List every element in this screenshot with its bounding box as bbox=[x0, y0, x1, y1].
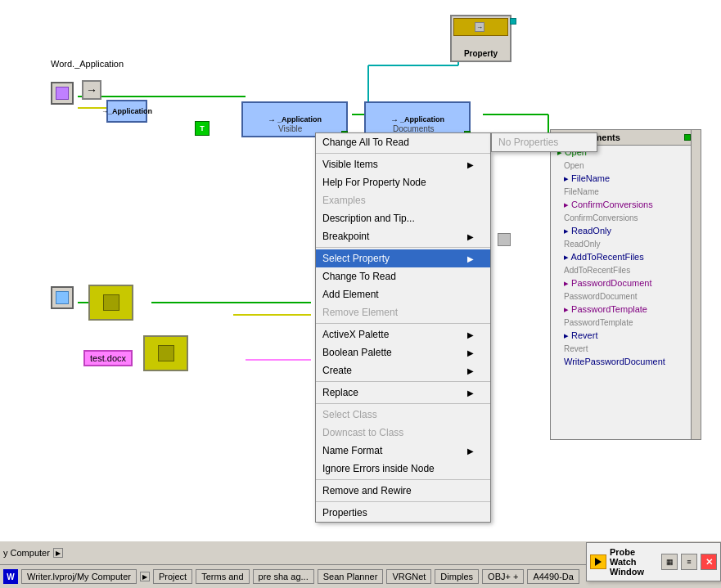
probe-window-title: Probe Watch Window bbox=[610, 547, 658, 577]
doc-readonly-2: ReadOnly bbox=[551, 238, 701, 250]
probe-grid-btn[interactable]: ▦ bbox=[661, 554, 678, 570]
vi-scroll-btn[interactable]: ▶ bbox=[140, 572, 150, 581]
vi-file-label[interactable]: Writer.lvproj/My Computer bbox=[21, 569, 137, 584]
wire-junction bbox=[498, 233, 511, 246]
arrow-node: → bbox=[82, 80, 101, 100]
doc-password-2: PasswordDocument bbox=[551, 290, 701, 303]
menu-change-to-read[interactable]: Change To Read bbox=[316, 267, 490, 285]
doc-pwtemplate-2: PasswordTemplate bbox=[551, 316, 701, 329]
menu-properties[interactable]: Properties bbox=[316, 504, 490, 522]
terms-label: Terms and bbox=[196, 569, 249, 584]
vrg-label: VRGNet bbox=[386, 569, 431, 584]
a4490-label: A4490-Da bbox=[527, 569, 579, 584]
menu-breakpoint[interactable]: Breakpoint ▶ bbox=[316, 227, 490, 245]
doc-pwtemplate-1[interactable]: ▸ PasswordTemplate bbox=[551, 303, 701, 316]
separator-2 bbox=[316, 247, 490, 248]
dimples-label: Dimples bbox=[435, 569, 479, 584]
arrow-icon: ▶ bbox=[467, 160, 474, 169]
project-label[interactable]: Project bbox=[153, 569, 192, 584]
input-node bbox=[51, 82, 74, 105]
planner-label: Sean Planner bbox=[318, 569, 384, 584]
separator-1 bbox=[316, 153, 490, 154]
documents-panel: → Documents ▸ Open Open ▸ FileName FileN… bbox=[550, 129, 701, 440]
application-node-1[interactable]: →_Application bbox=[106, 100, 147, 123]
breakpoint-arrow-icon: ▶ bbox=[467, 232, 474, 241]
doc-revert-2: Revert bbox=[551, 343, 701, 355]
select-property-arrow-icon: ▶ bbox=[467, 254, 474, 263]
create-arrow-icon: ▶ bbox=[467, 366, 474, 375]
menu-select-class: Select Class bbox=[316, 406, 490, 424]
documents-list: ▸ Open Open ▸ FileName FileName ▸ Confir… bbox=[551, 146, 701, 368]
probe-watch-window: Probe Watch Window ▦ ≡ ✕ bbox=[586, 542, 721, 581]
separator-7 bbox=[316, 501, 490, 502]
activex-arrow-icon: ▶ bbox=[467, 330, 474, 339]
test-docx-label: test.docx bbox=[83, 350, 133, 366]
probe-list-btn[interactable]: ≡ bbox=[681, 554, 697, 570]
menu-description-tip[interactable]: Description and Tip... bbox=[316, 209, 490, 227]
boolean-arrow-icon: ▶ bbox=[467, 348, 474, 357]
doc-filename-2: FileName bbox=[551, 186, 701, 198]
doc-addrecent-2: AddToRecentFiles bbox=[551, 264, 701, 276]
probe-close-btn[interactable]: ✕ bbox=[701, 554, 717, 570]
word-application-label: Word._Application bbox=[51, 59, 124, 69]
submenu-no-properties: No Properties bbox=[491, 132, 597, 152]
menu-downcast-class: Downcast to Class bbox=[316, 424, 490, 442]
separator-6 bbox=[316, 479, 490, 480]
replace-arrow-icon: ▶ bbox=[467, 388, 474, 397]
doc-open-2: Open bbox=[551, 159, 701, 172]
documents-scrollbar[interactable] bbox=[691, 130, 701, 439]
bottom-node-2[interactable] bbox=[88, 285, 133, 321]
menu-change-all-read[interactable]: Change All To Read bbox=[316, 133, 490, 151]
bottom-node-3[interactable] bbox=[143, 335, 188, 371]
menu-examples: Examples bbox=[316, 191, 490, 209]
property-node-label: Property bbox=[452, 49, 510, 58]
doc-password-1[interactable]: ▸ PasswordDocument bbox=[551, 276, 701, 290]
name-format-arrow-icon: ▶ bbox=[467, 447, 474, 456]
doc-readonly-1[interactable]: ▸ ReadOnly bbox=[551, 224, 701, 238]
pre-sha-label: pre sha ag... bbox=[253, 569, 314, 584]
menu-boolean-palette[interactable]: Boolean Palette ▶ bbox=[316, 343, 490, 361]
green-t-node: T bbox=[195, 121, 210, 136]
menu-select-property[interactable]: Select Property ▶ bbox=[316, 249, 490, 267]
menu-ignore-errors[interactable]: Ignore Errors inside Node bbox=[316, 460, 490, 478]
menu-remove-element: Remove Element bbox=[316, 303, 490, 321]
menu-remove-rewire[interactable]: Remove and Rewire bbox=[316, 482, 490, 500]
scroll-right-btn[interactable]: ▶ bbox=[53, 548, 63, 558]
no-properties-label: No Properties bbox=[492, 133, 597, 151]
doc-confirm-2: ConfirmConversions bbox=[551, 212, 701, 224]
separator-4 bbox=[316, 381, 490, 382]
visible-label: Visible bbox=[278, 124, 302, 133]
menu-activex-palette[interactable]: ActiveX Palette ▶ bbox=[316, 325, 490, 343]
menu-visible-items[interactable]: Visible Items ▶ bbox=[316, 155, 490, 173]
computer-scroll-indicator: y Computer bbox=[3, 548, 50, 558]
vi-icon: W bbox=[3, 569, 18, 584]
doc-confirm-1[interactable]: ▸ ConfirmConversions bbox=[551, 198, 701, 212]
doc-addrecent-1[interactable]: ▸ AddToRecentFiles bbox=[551, 250, 701, 264]
menu-create[interactable]: Create ▶ bbox=[316, 361, 490, 379]
top-property-node[interactable]: → Property bbox=[450, 15, 511, 62]
menu-help-property[interactable]: Help For Property Node bbox=[316, 173, 490, 191]
menu-add-element[interactable]: Add Element bbox=[316, 285, 490, 303]
doc-filename-1[interactable]: ▸ FileName bbox=[551, 172, 701, 186]
context-menu: Change All To Read Visible Items ▶ Help … bbox=[315, 132, 491, 523]
menu-name-format[interactable]: Name Format ▶ bbox=[316, 442, 490, 460]
bottom-node-1[interactable] bbox=[51, 286, 74, 309]
obj-label: OBJ+ + bbox=[482, 569, 524, 584]
menu-replace[interactable]: Replace ▶ bbox=[316, 384, 490, 402]
doc-writepw-1[interactable]: WritePasswordDocument bbox=[551, 355, 701, 368]
separator-5 bbox=[316, 403, 490, 404]
separator-3 bbox=[316, 323, 490, 324]
doc-revert-1[interactable]: ▸ Revert bbox=[551, 329, 701, 343]
